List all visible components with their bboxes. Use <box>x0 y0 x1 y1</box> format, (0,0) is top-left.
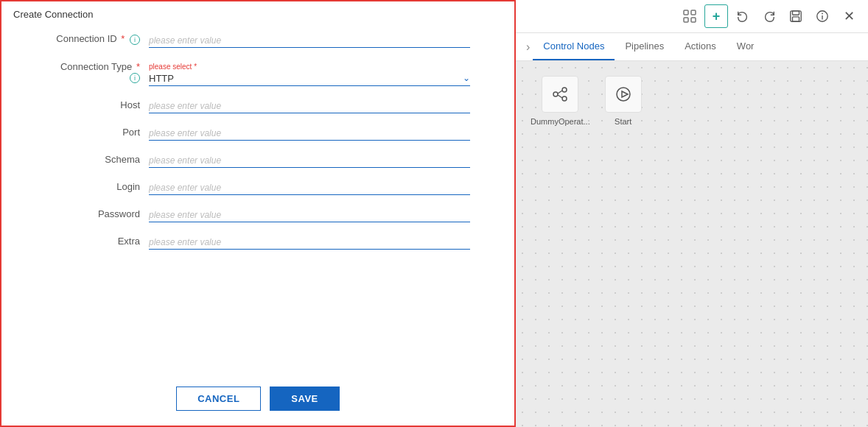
password-field <box>149 208 470 222</box>
extra-input[interactable] <box>149 236 470 250</box>
svg-rect-6 <box>793 17 799 21</box>
svg-point-11 <box>562 88 567 92</box>
connection-id-field <box>149 34 470 48</box>
panel-title: Create Connection <box>1 1 514 26</box>
login-field <box>149 181 470 195</box>
password-row: Password <box>46 208 470 222</box>
password-label: Password <box>46 208 149 222</box>
schema-input[interactable] <box>149 154 470 168</box>
connection-id-info-icon[interactable]: i <box>130 35 140 45</box>
svg-rect-2 <box>684 18 688 22</box>
login-input[interactable] <box>149 181 470 195</box>
connection-type-label: Connection Type * i <box>46 61 149 87</box>
extra-row: Extra <box>46 236 470 250</box>
connection-id-input[interactable] <box>149 34 470 48</box>
svg-rect-5 <box>793 11 799 15</box>
save-icon-button[interactable] <box>784 4 808 28</box>
login-row: Login <box>46 181 470 195</box>
connection-type-select-wrapper: HTTP HTTPS FTP SFTP JDBC ⌄ <box>149 71 470 86</box>
port-field <box>149 127 470 141</box>
svg-point-10 <box>553 92 558 96</box>
grid-button[interactable] <box>678 4 701 28</box>
connection-type-sublabel: please select * <box>149 63 470 71</box>
undo-button[interactable] <box>731 4 755 28</box>
tab-actions[interactable]: Actions <box>674 33 727 60</box>
dummy-operator-icon <box>542 76 578 113</box>
toolbar: + ✕ <box>516 0 868 33</box>
schema-label: Schema <box>46 154 149 168</box>
nav-tabs: › Control Nodes Pipelines Actions Wor <box>516 33 868 61</box>
svg-marker-16 <box>622 91 628 97</box>
add-button[interactable]: + <box>704 4 728 28</box>
form-container: Connection ID * i Connection Type * i pl… <box>1 26 514 379</box>
tab-wor[interactable]: Wor <box>727 33 765 60</box>
right-panel: + ✕ <box>516 0 868 427</box>
close-button[interactable]: ✕ <box>837 4 861 28</box>
host-input[interactable] <box>149 99 470 113</box>
start-node[interactable]: Start <box>605 76 642 412</box>
dummy-operator-node[interactable]: DummyOperat... <box>531 76 590 412</box>
start-label: Start <box>615 117 631 126</box>
svg-line-14 <box>558 95 562 98</box>
redo-button[interactable] <box>757 4 781 28</box>
svg-line-13 <box>558 91 562 93</box>
connection-type-info-icon[interactable]: i <box>130 73 140 83</box>
svg-point-12 <box>562 96 567 101</box>
start-icon <box>605 76 642 113</box>
nodes-area: DummyOperat... Start <box>516 61 868 427</box>
port-row: Port <box>46 127 470 141</box>
extra-field <box>149 236 470 250</box>
extra-label: Extra <box>46 236 149 250</box>
host-label: Host <box>46 99 149 113</box>
required-marker: * <box>121 33 125 44</box>
port-input[interactable] <box>149 127 470 141</box>
form-actions: CANCEL SAVE <box>1 379 514 426</box>
create-connection-panel: Create Connection Connection ID * i Conn… <box>0 0 516 427</box>
svg-rect-0 <box>684 10 688 15</box>
port-label: Port <box>46 127 149 141</box>
connection-type-select[interactable]: HTTP HTTPS FTP SFTP JDBC <box>149 71 470 86</box>
connection-type-field: please select * HTTP HTTPS FTP SFTP JDBC… <box>149 63 470 86</box>
connection-id-label: Connection ID * i <box>46 33 149 48</box>
login-label: Login <box>46 181 149 195</box>
svg-point-9 <box>822 13 823 15</box>
tab-control-nodes[interactable]: Control Nodes <box>533 33 615 60</box>
dummy-operator-label: DummyOperat... <box>531 117 590 126</box>
required-marker: * <box>136 61 140 72</box>
nav-prev-icon[interactable]: › <box>523 33 533 60</box>
tab-pipelines[interactable]: Pipelines <box>615 33 674 60</box>
svg-rect-3 <box>691 18 696 22</box>
connection-type-row: Connection Type * i please select * HTTP… <box>46 61 470 87</box>
password-input[interactable] <box>149 208 470 222</box>
host-field <box>149 99 470 113</box>
connection-id-row: Connection ID * i <box>46 33 470 48</box>
save-button[interactable]: SAVE <box>270 387 339 411</box>
cancel-button[interactable]: CANCEL <box>176 387 261 411</box>
schema-field <box>149 154 470 168</box>
info-button[interactable] <box>811 4 834 28</box>
host-row: Host <box>46 99 470 113</box>
schema-row: Schema <box>46 154 470 168</box>
svg-rect-1 <box>691 10 696 15</box>
